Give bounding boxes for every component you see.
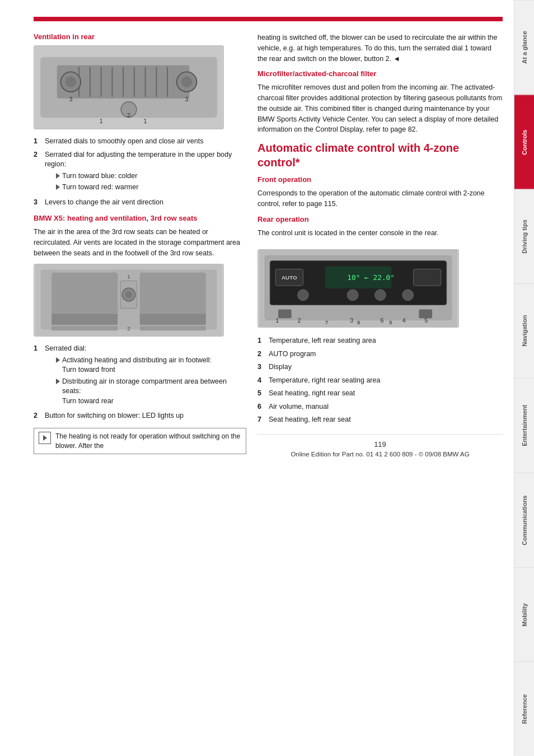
svg-text:7: 7 [325,319,328,325]
note-box: The heating is not ready for operation w… [34,428,246,455]
rear-item-1: 1Temperature, left rear seating area [257,336,503,346]
svg-text:3: 3 [350,317,353,324]
svg-point-46 [402,290,414,301]
rear-item-3: 3Display [257,362,503,372]
svg-text:1: 1 [100,118,103,124]
sidebar-tab-at-a-glance[interactable]: At a glance [514,0,534,95]
sub-item-rear: Distributing air in storage compartment … [56,377,246,407]
svg-point-13 [65,76,77,87]
svg-point-30 [125,291,132,298]
vent-item-2: 2 Serrated dial for adjusting the temper… [34,150,246,194]
front-op-title: Front operation [257,175,503,184]
svg-text:5: 5 [424,317,428,324]
svg-text:6: 6 [380,317,383,324]
rear-item-2: 2AUTO program [257,349,503,360]
svg-point-15 [181,76,193,87]
page-footer: 119 Online Edition for Part no. 01 41 2 … [257,434,503,458]
page-number: 119 [257,440,503,449]
major-title: Automatic climate control with 4-zone co… [257,141,503,170]
seat-item-1: 1 Serrated dial: Activating heating and … [34,344,246,408]
svg-text:2: 2 [127,112,130,119]
rear-op-title: Rear operation [257,215,503,223]
rear-item-4: 4Temperature, right rear seating area [257,376,503,386]
svg-rect-34 [140,326,206,331]
section2-title: BMW X5: heating and ventilation, 3rd row… [34,214,246,222]
svg-text:10° ← 22.0°: 10° ← 22.0° [347,273,395,282]
copyright-text: Online Edition for Part no. 01 41 2 600 … [257,451,503,458]
sidebar-tab-controls[interactable]: Controls [514,95,534,189]
rear-item-7: 7Seat heating, left rear seat [257,415,503,425]
sidebar: At a glance Controls Driving tips Naviga… [514,0,534,756]
svg-text:1: 1 [127,273,130,279]
svg-rect-42 [414,269,441,286]
rear-item-6: 6Air volume, manual [257,402,503,412]
sidebar-tab-entertainment[interactable]: Entertainment [514,378,534,473]
sub-item-blue: Turn toward blue: colder [56,171,246,181]
seat-item-2: 2 Button for switching on blower: LED li… [34,411,246,421]
sidebar-tab-navigation[interactable]: Navigation [514,283,534,378]
vent-diagram-image: 3 3 1 1 2 [34,45,224,129]
note-icon [39,432,51,444]
svg-rect-26 [51,314,118,325]
svg-text:2: 2 [127,325,130,332]
svg-text:6: 6 [357,319,360,325]
svg-rect-47 [278,310,292,319]
vent-item-1: 1 Serrated dials to smoothly open and cl… [34,137,246,147]
sub-item-red: Turn toward red: warmer [56,183,246,193]
vent-items-list: 1 Serrated dials to smoothly open and cl… [34,137,246,207]
svg-point-43 [298,290,309,301]
microfilter-title: Microfilter/activated-charcoal filter [257,69,503,78]
section1-title: Ventilation in rear [34,32,246,41]
continuation-text: heating is switched off, the blower can … [257,32,503,64]
sidebar-tab-mobility[interactable]: Mobility [514,567,534,662]
rear-items-list: 1Temperature, left rear seating area 2AU… [257,336,503,425]
svg-text:AUTO: AUTO [282,274,297,281]
seat-diagram-image: 1 2 [34,264,224,337]
microfilter-text: The microfilter removes dust and pollen … [257,82,503,135]
svg-text:1: 1 [275,317,279,324]
svg-text:4: 4 [402,317,406,324]
section2-body: The air in the area of the 3rd row seats… [34,227,246,258]
svg-text:3: 3 [69,96,72,102]
sidebar-tab-driving-tips[interactable]: Driving tips [514,189,534,284]
note-text: The heating is not ready for operation w… [55,432,241,451]
svg-rect-27 [140,314,206,325]
vent-item-3: 3 Levers to change the air vent directio… [34,198,246,208]
front-op-text: Corresponds to the operation of the auto… [257,188,503,209]
sidebar-tab-communications[interactable]: Communications [514,473,534,567]
svg-rect-33 [51,326,118,331]
rear-item-5: 5Seat heating, right rear seat [257,389,503,399]
svg-point-44 [347,290,358,301]
svg-text:3: 3 [185,96,189,102]
svg-text:1: 1 [144,118,147,124]
svg-point-45 [375,290,386,301]
rear-op-text: The control unit is located in the cente… [257,228,503,239]
sub-item-front: Activating heating and distributing air … [56,356,246,375]
rear-control-diagram: 10° ← 22.0° AUTO 1 2 [257,249,459,328]
svg-rect-25 [140,273,206,317]
seat-items-list: 1 Serrated dial: Activating heating and … [34,344,246,421]
svg-text:2: 2 [298,317,301,324]
svg-text:5: 5 [389,319,392,325]
svg-rect-24 [51,273,118,317]
sidebar-tab-reference[interactable]: Reference [514,661,534,756]
